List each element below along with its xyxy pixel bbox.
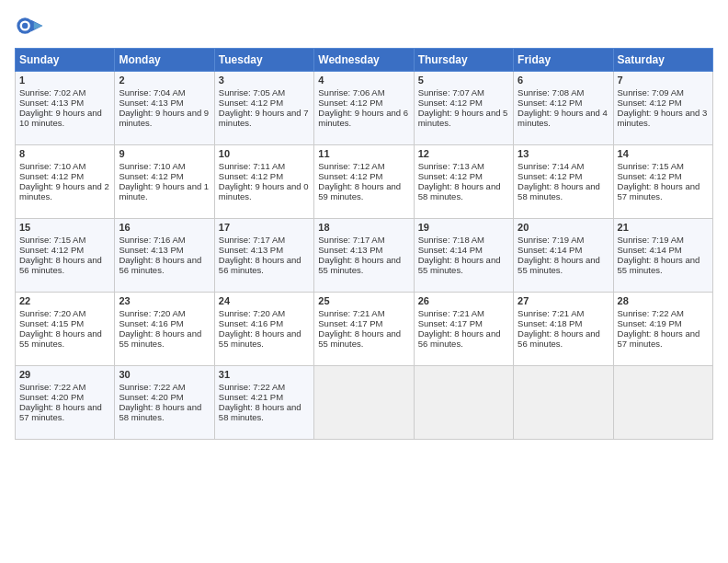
sunset-text: Sunset: 4:14 PM	[518, 245, 582, 255]
daylight-text: Daylight: 8 hours and 57 minutes.	[618, 181, 700, 201]
calendar-week: 15Sunrise: 7:15 AMSunset: 4:12 PMDayligh…	[16, 219, 713, 293]
day-number: 13	[518, 148, 609, 159]
calendar-cell	[514, 366, 613, 440]
calendar-cell: 2Sunrise: 7:04 AMSunset: 4:13 PMDaylight…	[115, 72, 214, 145]
calendar-cell: 29Sunrise: 7:22 AMSunset: 4:20 PMDayligh…	[16, 366, 115, 440]
sunset-text: Sunset: 4:13 PM	[219, 245, 283, 255]
calendar-table: SundayMondayTuesdayWednesdayThursdayFrid…	[15, 48, 713, 440]
calendar-cell: 5Sunrise: 7:07 AMSunset: 4:12 PMDaylight…	[414, 72, 513, 145]
daylight-text: Daylight: 8 hours and 56 minutes.	[418, 328, 501, 349]
day-number: 23	[119, 295, 210, 306]
day-number: 5	[418, 75, 509, 86]
day-number: 4	[318, 75, 409, 86]
header-day: Monday	[115, 49, 214, 72]
day-number: 10	[219, 148, 310, 159]
daylight-text: Daylight: 8 hours and 57 minutes.	[618, 328, 700, 349]
day-number: 19	[418, 222, 509, 233]
calendar-cell: 16Sunrise: 7:16 AMSunset: 4:13 PMDayligh…	[115, 219, 214, 293]
sunset-text: Sunset: 4:12 PM	[418, 171, 483, 181]
daylight-text: Daylight: 8 hours and 56 minutes.	[219, 255, 301, 275]
calendar-cell: 10Sunrise: 7:11 AMSunset: 4:12 PMDayligh…	[214, 145, 313, 219]
sunset-text: Sunset: 4:20 PM	[119, 392, 183, 402]
sunrise-text: Sunrise: 7:18 AM	[418, 235, 484, 245]
sunset-text: Sunset: 4:14 PM	[418, 245, 483, 255]
daylight-text: Daylight: 8 hours and 56 minutes.	[19, 255, 102, 275]
day-number: 16	[119, 222, 210, 233]
daylight-text: Daylight: 9 hours and 2 minutes.	[19, 181, 109, 201]
calendar-cell: 13Sunrise: 7:14 AMSunset: 4:12 PMDayligh…	[514, 145, 613, 219]
calendar-cell	[613, 366, 712, 440]
day-number: 11	[318, 148, 409, 159]
calendar-cell: 23Sunrise: 7:20 AMSunset: 4:16 PMDayligh…	[115, 293, 214, 366]
daylight-text: Daylight: 9 hours and 0 minutes.	[219, 181, 309, 201]
day-number: 15	[19, 222, 110, 233]
sunset-text: Sunset: 4:15 PM	[19, 318, 84, 328]
sunset-text: Sunset: 4:17 PM	[418, 318, 483, 328]
sunrise-text: Sunrise: 7:19 AM	[518, 235, 584, 245]
daylight-text: Daylight: 8 hours and 55 minutes.	[418, 255, 501, 275]
sunrise-text: Sunrise: 7:05 AM	[219, 87, 285, 98]
sunset-text: Sunset: 4:16 PM	[119, 318, 183, 328]
day-number: 24	[219, 295, 310, 306]
calendar-cell: 11Sunrise: 7:12 AMSunset: 4:12 PMDayligh…	[314, 145, 414, 219]
sunrise-text: Sunrise: 7:22 AM	[19, 382, 85, 392]
sunrise-text: Sunrise: 7:10 AM	[19, 161, 85, 171]
day-number: 3	[219, 75, 310, 86]
header-day: Saturday	[613, 49, 712, 72]
calendar-cell: 22Sunrise: 7:20 AMSunset: 4:15 PMDayligh…	[16, 293, 115, 366]
day-number: 22	[19, 295, 110, 306]
daylight-text: Daylight: 8 hours and 55 minutes.	[318, 255, 401, 275]
header-day: Sunday	[16, 49, 115, 72]
sunrise-text: Sunrise: 7:21 AM	[318, 308, 384, 318]
sunrise-text: Sunrise: 7:19 AM	[618, 235, 684, 245]
day-number: 1	[19, 75, 110, 86]
daylight-text: Daylight: 8 hours and 55 minutes.	[219, 328, 301, 349]
sunrise-text: Sunrise: 7:11 AM	[219, 161, 285, 171]
sunset-text: Sunset: 4:17 PM	[318, 318, 382, 328]
calendar-cell: 15Sunrise: 7:15 AMSunset: 4:12 PMDayligh…	[16, 219, 115, 293]
calendar-cell: 14Sunrise: 7:15 AMSunset: 4:12 PMDayligh…	[613, 145, 712, 219]
calendar-cell: 8Sunrise: 7:10 AMSunset: 4:12 PMDaylight…	[16, 145, 115, 219]
sunrise-text: Sunrise: 7:20 AM	[119, 308, 185, 318]
daylight-text: Daylight: 9 hours and 6 minutes.	[318, 108, 408, 128]
daylight-text: Daylight: 9 hours and 9 minutes.	[119, 108, 209, 128]
sunrise-text: Sunrise: 7:21 AM	[418, 308, 484, 318]
header	[15, 11, 713, 40]
calendar-cell	[314, 366, 414, 440]
calendar-week: 29Sunrise: 7:22 AMSunset: 4:20 PMDayligh…	[16, 366, 713, 440]
day-number: 30	[119, 369, 210, 380]
sunset-text: Sunset: 4:20 PM	[19, 392, 84, 402]
sunset-text: Sunset: 4:12 PM	[219, 98, 283, 108]
sunrise-text: Sunrise: 7:06 AM	[318, 87, 384, 98]
sunset-text: Sunset: 4:13 PM	[19, 98, 84, 108]
daylight-text: Daylight: 8 hours and 58 minutes.	[119, 402, 201, 422]
calendar-cell: 7Sunrise: 7:09 AMSunset: 4:12 PMDaylight…	[613, 72, 712, 145]
sunrise-text: Sunrise: 7:16 AM	[119, 235, 185, 245]
daylight-text: Daylight: 9 hours and 4 minutes.	[518, 108, 608, 128]
sunset-text: Sunset: 4:12 PM	[618, 98, 682, 108]
sunset-text: Sunset: 4:13 PM	[318, 245, 382, 255]
header-row: SundayMondayTuesdayWednesdayThursdayFrid…	[16, 49, 713, 72]
daylight-text: Daylight: 8 hours and 55 minutes.	[119, 328, 201, 349]
sunset-text: Sunset: 4:18 PM	[518, 318, 582, 328]
header-day: Friday	[514, 49, 613, 72]
day-number: 14	[618, 148, 709, 159]
calendar-week: 1Sunrise: 7:02 AMSunset: 4:13 PMDaylight…	[16, 72, 713, 145]
daylight-text: Daylight: 8 hours and 58 minutes.	[518, 181, 600, 201]
calendar-week: 8Sunrise: 7:10 AMSunset: 4:12 PMDaylight…	[16, 145, 713, 219]
sunrise-text: Sunrise: 7:15 AM	[618, 161, 684, 171]
day-number: 29	[19, 369, 110, 380]
sunrise-text: Sunrise: 7:20 AM	[219, 308, 285, 318]
daylight-text: Daylight: 8 hours and 55 minutes.	[518, 255, 600, 275]
sunset-text: Sunset: 4:14 PM	[618, 245, 682, 255]
day-number: 18	[318, 222, 409, 233]
daylight-text: Daylight: 8 hours and 55 minutes.	[618, 255, 700, 275]
calendar-week: 22Sunrise: 7:20 AMSunset: 4:15 PMDayligh…	[16, 293, 713, 366]
daylight-text: Daylight: 8 hours and 57 minutes.	[19, 402, 102, 422]
day-number: 27	[518, 295, 609, 306]
calendar-cell: 19Sunrise: 7:18 AMSunset: 4:14 PMDayligh…	[414, 219, 513, 293]
calendar-cell: 6Sunrise: 7:08 AMSunset: 4:12 PMDaylight…	[514, 72, 613, 145]
day-number: 8	[19, 148, 110, 159]
sunset-text: Sunset: 4:12 PM	[518, 98, 582, 108]
day-number: 9	[119, 148, 210, 159]
